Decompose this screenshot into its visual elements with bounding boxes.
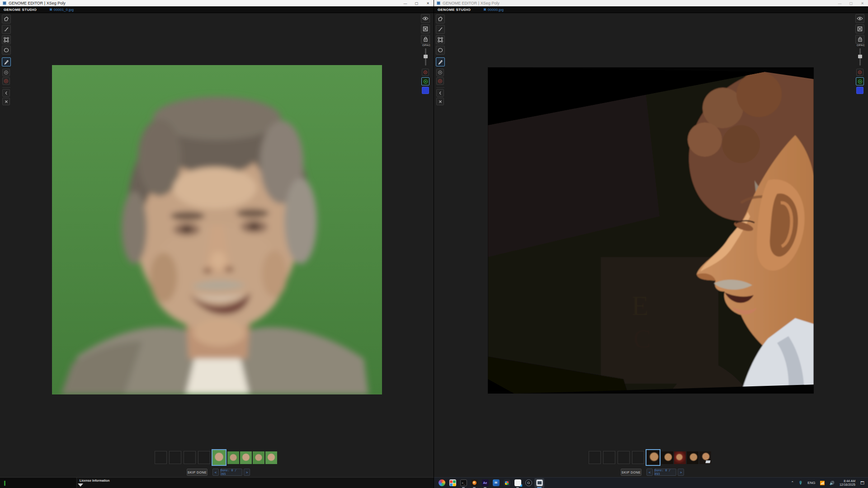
opacity-slider-thumb[interactable]: [424, 55, 428, 58]
view-toggle-button[interactable]: [421, 14, 430, 23]
thumbnail-empty[interactable]: [155, 451, 167, 464]
svg-text:E: E: [632, 290, 649, 321]
polygon-tool-button[interactable]: [2, 14, 11, 23]
xseg-editor-window-left: GENOME EDITOR | XSeg Poly — ▢ ✕ GENOME S…: [0, 0, 434, 477]
blue-overlay-button[interactable]: [856, 87, 863, 94]
minimize-button[interactable]: —: [834, 0, 845, 6]
pencil-tool-button[interactable]: [436, 57, 445, 66]
thumbnail[interactable]: [687, 451, 698, 464]
thumbnail-selected[interactable]: [212, 449, 226, 466]
wifi-icon[interactable]: 📶: [820, 481, 825, 485]
media-app-icon[interactable]: [502, 478, 512, 488]
canvas-image[interactable]: [52, 65, 382, 394]
terminal-icon[interactable]: >_: [458, 478, 468, 488]
collapse-panel-button[interactable]: [2, 89, 10, 97]
canvas-image[interactable]: E C: [488, 67, 814, 394]
thumbnail[interactable]: [227, 451, 239, 464]
thumbnail[interactable]: [240, 451, 252, 464]
ellipse-tool-button[interactable]: [436, 46, 445, 55]
thumbnail[interactable]: [253, 451, 264, 464]
document-app-icon[interactable]: [513, 478, 523, 488]
license-dropdown-caret[interactable]: [78, 483, 83, 487]
close-button[interactable]: ✕: [422, 0, 434, 6]
blender-icon[interactable]: [469, 478, 479, 488]
thumbnail-empty[interactable]: [169, 451, 181, 464]
ellipse-tool-button[interactable]: [2, 46, 11, 55]
notification-center-icon[interactable]: 🗔: [860, 481, 864, 485]
thumbnail-empty[interactable]: [603, 451, 615, 464]
delete-mask-button[interactable]: [421, 24, 430, 33]
titlebar[interactable]: GENOME EDITOR | XSeg Poly — ▢ ✕: [434, 0, 868, 6]
thumbnail-selected[interactable]: [646, 449, 660, 466]
close-tool-button[interactable]: [2, 98, 10, 105]
pencil-icon: [4, 59, 9, 65]
red-circle-icon: [423, 70, 428, 75]
thumbnail-empty[interactable]: [198, 451, 210, 464]
blue-overlay-button[interactable]: [422, 87, 429, 94]
thumbnail[interactable]: [674, 451, 686, 464]
prev-image-button[interactable]: <: [646, 469, 653, 476]
exclude-point-tool-button[interactable]: [2, 77, 10, 85]
next-image-button[interactable]: >: [678, 469, 684, 476]
tray-chevron-icon[interactable]: ⌃: [791, 481, 794, 485]
skip-done-button[interactable]: SKIP DONE: [621, 469, 642, 476]
thumbnail-empty[interactable]: [632, 451, 644, 464]
next-image-button[interactable]: >: [244, 469, 250, 476]
close-tool-button[interactable]: [436, 98, 444, 105]
thumbnail-empty[interactable]: [589, 451, 601, 464]
polygon-tool-button[interactable]: [436, 14, 445, 23]
app-icon: [437, 1, 440, 5]
close-button[interactable]: ✕: [857, 0, 868, 6]
skip-done-button[interactable]: SKIP DONE: [187, 469, 208, 476]
active-app-icon[interactable]: [534, 478, 544, 488]
thumbnail[interactable]: [699, 451, 711, 464]
exclude-point-tool-button[interactable]: [436, 77, 444, 85]
polygon-icon: [4, 16, 9, 22]
thumbnail-empty[interactable]: [184, 451, 196, 464]
red-overlay-button[interactable]: [422, 69, 429, 76]
include-point-tool-button[interactable]: [436, 69, 444, 76]
collapse-panel-button[interactable]: [436, 89, 444, 97]
titlebar[interactable]: GENOME EDITOR | XSeg Poly — ▢ ✕: [0, 0, 434, 6]
thumbnail[interactable]: [265, 451, 277, 464]
thumbnail[interactable]: [661, 451, 673, 464]
maximize-button[interactable]: ▢: [411, 0, 422, 6]
curve-icon: [438, 27, 443, 32]
green-plus-circle-icon: [858, 79, 863, 84]
lock-toggle-button[interactable]: [421, 35, 430, 44]
minimize-button[interactable]: —: [400, 0, 411, 6]
microphone-icon[interactable]: 🎙: [798, 480, 803, 485]
opacity-slider-thumb[interactable]: [858, 55, 862, 58]
language-indicator[interactable]: ENG: [807, 481, 815, 485]
g-app-icon[interactable]: G: [524, 478, 533, 488]
red-overlay-button[interactable]: [856, 69, 863, 76]
lock-toggle-button[interactable]: [855, 35, 864, 44]
mail-icon[interactable]: ✉: [491, 478, 501, 488]
rectangle-tool-button[interactable]: [2, 35, 11, 44]
license-information-link[interactable]: License Information: [80, 479, 110, 482]
maximize-button[interactable]: ▢: [845, 0, 857, 6]
curve-tool-button[interactable]: [2, 25, 11, 34]
opacity-label: OPAC: [422, 44, 430, 47]
store-icon[interactable]: [448, 478, 458, 488]
green-overlay-button[interactable]: [421, 77, 429, 85]
copilot-icon[interactable]: [437, 478, 447, 488]
done-counter: Done: 0 / 365: [220, 469, 242, 476]
green-overlay-button[interactable]: [856, 77, 864, 85]
file-icon: ▣: [483, 8, 486, 11]
boxed-x-icon: [423, 26, 428, 32]
rectangle-tool-button[interactable]: [436, 35, 445, 44]
app-header: GENOME STUDIO ▣ 00000.jpg: [434, 6, 868, 13]
after-effects-icon[interactable]: Ae: [480, 478, 490, 488]
prev-image-button[interactable]: <: [212, 469, 219, 476]
pencil-tool-button[interactable]: [2, 57, 11, 66]
delete-mask-button[interactable]: [855, 24, 864, 33]
volume-icon[interactable]: 🔊: [830, 481, 835, 485]
view-toggle-button[interactable]: [855, 14, 864, 23]
include-point-tool-button[interactable]: [2, 69, 10, 76]
clock[interactable]: 8:44 AM 12/16/2025: [840, 479, 855, 487]
curve-tool-button[interactable]: [436, 25, 445, 34]
opacity-label: OPAC: [857, 44, 865, 47]
thumbnail-empty[interactable]: [618, 451, 630, 464]
eye-icon: [857, 16, 863, 21]
